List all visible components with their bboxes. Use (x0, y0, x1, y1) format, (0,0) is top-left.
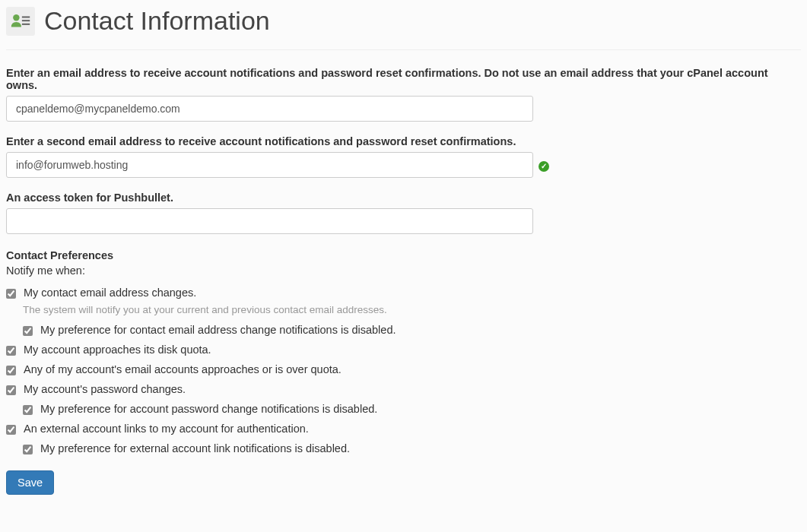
email1-input[interactable] (6, 96, 533, 122)
save-button[interactable]: Save (6, 470, 54, 495)
pref-checkbox[interactable] (6, 346, 16, 356)
email2-group: Enter a second email address to receive … (6, 135, 801, 178)
pref-label: An external account links to my account … (24, 423, 309, 435)
pref-label: My account's password changes. (24, 383, 186, 395)
pref-checkbox[interactable] (6, 385, 16, 395)
pref-sub-checkbox[interactable] (23, 405, 33, 415)
email1-group: Enter an email address to receive accoun… (6, 67, 801, 122)
pref-sub-checkbox[interactable] (23, 445, 33, 454)
pref-item: My contact email address changes. (6, 283, 801, 302)
pushbullet-label: An access token for Pushbullet. (6, 192, 801, 204)
preferences-heading: Contact Preferences (6, 249, 801, 261)
pref-label: My account approaches its disk quota. (24, 344, 211, 356)
pref-label: My contact email address changes. (24, 287, 196, 299)
pushbullet-input[interactable] (6, 208, 533, 234)
svg-rect-3 (22, 23, 30, 24)
pref-item: My account approaches its disk quota. (6, 340, 801, 359)
pushbullet-group: An access token for Pushbullet. (6, 192, 801, 234)
email2-label: Enter a second email address to receive … (6, 135, 801, 147)
pref-checkbox[interactable] (6, 425, 16, 435)
pref-label: Any of my account's email accounts appro… (24, 363, 342, 375)
pref-helper-text: The system will notify you at your curre… (23, 304, 801, 315)
page-header: Contact Information (6, 6, 801, 50)
pref-sub-label: My preference for account password chang… (40, 403, 377, 415)
pref-item: My account's password changes. (6, 379, 801, 399)
contact-icon (6, 7, 35, 36)
pref-subitem: My preference for contact email address … (6, 320, 801, 340)
svg-point-0 (13, 14, 19, 21)
pref-sub-checkbox[interactable] (23, 326, 33, 336)
pref-checkbox[interactable] (6, 366, 16, 375)
page-title: Contact Information (44, 6, 270, 36)
email1-label: Enter an email address to receive accoun… (6, 67, 801, 91)
preferences-list: My contact email address changes.The sys… (6, 283, 801, 458)
valid-check-icon (539, 161, 549, 172)
pref-sub-label: My preference for contact email address … (40, 324, 396, 336)
pref-item: An external account links to my account … (6, 419, 801, 439)
pref-subitem: My preference for external account link … (6, 439, 801, 458)
pref-subitem: My preference for account password chang… (6, 399, 801, 419)
pref-item: Any of my account's email accounts appro… (6, 359, 801, 379)
pref-sub-label: My preference for external account link … (40, 442, 350, 454)
preferences-subheading: Notify me when: (6, 264, 801, 277)
email2-input[interactable] (6, 152, 533, 178)
svg-rect-2 (22, 20, 30, 21)
pref-checkbox[interactable] (6, 289, 16, 299)
svg-rect-1 (22, 16, 30, 17)
